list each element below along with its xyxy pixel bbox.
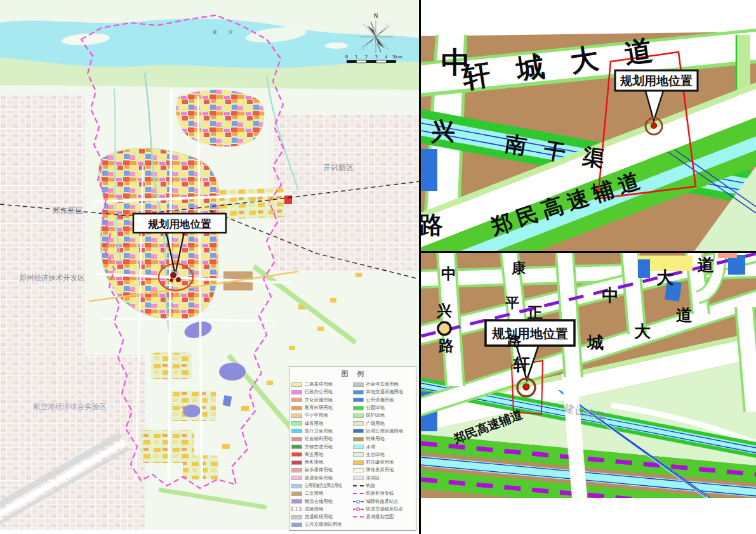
legend-label: 村庄建设用地 (366, 459, 394, 466)
legend-label: 医疗卫生用地 (305, 428, 333, 434)
legend-swatch (353, 429, 364, 433)
legend-item: 广场用地 (353, 419, 414, 427)
legend-item: 区域公用设施用地 (353, 427, 414, 435)
legend-item: 县域规划范围 (353, 513, 414, 521)
legend-item: 体育用地 (291, 419, 353, 427)
legend-swatch (291, 468, 302, 472)
road-label-kangping-lu: 康 (511, 260, 526, 276)
svg-text:道: 道 (676, 306, 693, 325)
legend-label: 广场用地 (366, 420, 385, 427)
legend-swatch (353, 445, 364, 449)
legend-item: 道路用地 (291, 505, 353, 513)
legend-swatch (291, 429, 302, 433)
legend-swatch (291, 445, 302, 449)
legend-swatch (353, 398, 364, 402)
svg-text:1: 1 (355, 55, 357, 60)
legend-item: 商业用地 (291, 451, 353, 459)
legend-label: 商务用地 (305, 459, 323, 466)
legend-swatch (353, 421, 364, 426)
legend-label: 教育科研用地 (305, 405, 333, 411)
legend-item: 中小学用地 (291, 412, 353, 419)
legend-swatch (291, 460, 302, 465)
svg-text:4: 4 (385, 55, 388, 60)
road-label-xuancheng-dadao: 轩 (513, 355, 530, 374)
legend-item: 城际铁路及站点 (353, 497, 414, 505)
legend-label: 弹性发展用地 (366, 467, 394, 473)
legend-swatch (291, 421, 302, 426)
legend-item: 铁路 (353, 482, 414, 490)
legend-item: 旅游发展用地 (291, 474, 353, 482)
legend-label: 公共交通场站用地 (305, 521, 342, 528)
panel-divider-vertical (419, 0, 421, 534)
legend-item: 生态绿地 (353, 451, 414, 459)
legend-label: 工业用地 (305, 490, 323, 497)
legend-item: 工业用地 (291, 490, 353, 497)
legend-item: 社会福利用地 (291, 435, 353, 443)
legend-item: 村庄建设用地 (353, 459, 414, 466)
legend-swatch (353, 460, 364, 465)
legend-item: 公用设施用地 (353, 396, 414, 404)
legend-label: 物流仓储用地 (305, 498, 333, 505)
svg-text:N: N (374, 13, 378, 19)
legend-label: 铁路客运专线 (366, 490, 394, 497)
legend-label: 其他交通设施用地 (366, 389, 403, 395)
svg-text:路: 路 (421, 211, 443, 239)
legend-item: 公用设施营业网点用地 (291, 482, 353, 490)
planned-site-label-bottom-right: 规划用地位置 (486, 320, 574, 346)
svg-text:路: 路 (507, 333, 521, 349)
legend-swatch (291, 398, 302, 402)
legend-swatch (291, 452, 302, 457)
legend: 图例 二类居住用地行政办公用地文化设施用地教育科研用地中小学用地体育用地医疗卫生… (289, 366, 416, 531)
legend-item: 交通枢纽用地 (291, 513, 353, 521)
legend-label: 公用设施用地 (366, 397, 394, 403)
legend-swatch (353, 492, 364, 496)
legend-swatch (353, 452, 364, 457)
legend-label: 文物古迹用地 (305, 444, 333, 450)
panel-divider-horizontal (419, 251, 756, 253)
legend-label: 行政办公用地 (305, 389, 333, 395)
legend-item: 医疗卫生用地 (291, 427, 353, 435)
legend-item: 娱乐康体用地 (291, 466, 353, 474)
legend-swatch (353, 382, 364, 387)
legend-item: 文物古迹用地 (291, 443, 353, 450)
legend-label: 轨道交通线及站点 (366, 506, 403, 512)
legend-label: 文化设施用地 (305, 397, 333, 403)
region-label-kaifeng: 开封新区 (323, 163, 354, 172)
legend-item: 滞洪区 (353, 474, 414, 482)
legend-label: 城际铁路及站点 (366, 498, 399, 505)
legend-column-right: 社会停车场用地其他交通设施用地公用设施用地公园绿地防护绿地广场用地区域公用设施用… (353, 381, 414, 529)
legend-swatch (353, 484, 364, 488)
legend-label: 公园绿地 (366, 405, 385, 411)
region-label-zhengdong: 郑东新区 (53, 206, 83, 215)
legend-label: 二类居住用地 (305, 381, 333, 387)
legend-item: 商务用地 (291, 459, 353, 466)
legend-swatch (291, 484, 302, 488)
svg-text:规划用地位置: 规划用地位置 (491, 326, 568, 341)
legend-item: 公园绿地 (353, 404, 414, 412)
legend-swatch (353, 390, 364, 394)
legend-label: 道路用地 (305, 506, 323, 512)
legend-item: 弹性发展用地 (353, 466, 414, 474)
legend-swatch (291, 499, 302, 504)
legend-item: 社会停车场用地 (353, 381, 414, 388)
svg-text:大: 大 (657, 268, 674, 287)
svg-text:兴: 兴 (430, 117, 455, 145)
legend-swatch (353, 406, 364, 410)
road-label-zhengzhong-dadao: 正 (527, 304, 543, 322)
planned-site-label-top-right: 规划用地位置 (615, 70, 698, 91)
legend-item: 公共交通场站用地 (291, 521, 353, 528)
top-right-location-map: 规划用地位置 中 兴 路 轩城大道 南干渠 郑民高速辅道 (421, 0, 756, 252)
legend-item: 轨道交通线及站点 (353, 505, 414, 513)
road-label-zhongxing-lu: 中 (441, 265, 456, 283)
legend-swatch (291, 523, 302, 527)
legend-label: 特殊用地 (366, 436, 385, 442)
planning-map-sheet: 郑东新区 开封新区 郑州经济技术开发区 航空港经济综合实验区 黄 河 规划用地位… (0, 0, 756, 534)
legend-label: 区域公用设施用地 (366, 428, 403, 434)
legend-column-left: 二类居住用地行政办公用地文化设施用地教育科研用地中小学用地体育用地医疗卫生用地社… (291, 381, 353, 529)
legend-swatch (353, 476, 364, 480)
svg-text:中: 中 (602, 285, 620, 305)
legend-swatch (291, 507, 302, 511)
region-label-hangkong: 航空港经济综合实验区 (34, 402, 107, 411)
legend-label: 商业用地 (305, 452, 323, 458)
legend-item: 防护绿地 (353, 412, 414, 419)
